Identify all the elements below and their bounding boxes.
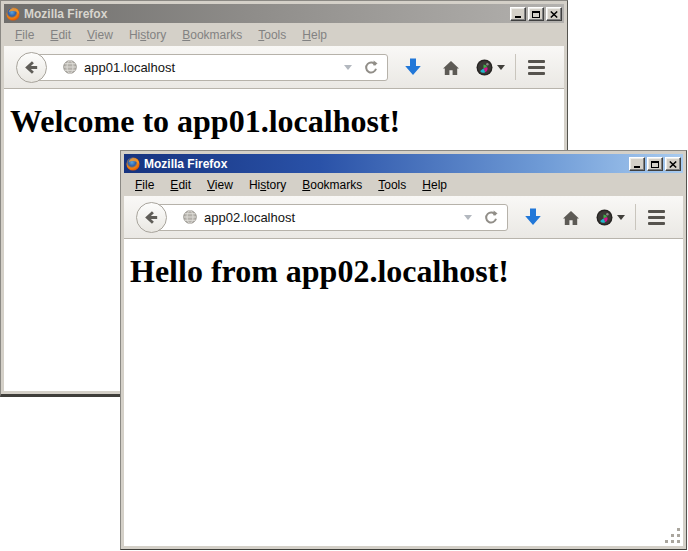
site-globe-icon[interactable] — [183, 210, 197, 224]
close-icon — [550, 11, 558, 18]
menu-item-edit[interactable]: Edit — [162, 176, 199, 194]
minimize-button[interactable] — [510, 7, 526, 21]
close-icon — [669, 161, 677, 168]
reload-icon[interactable] — [363, 59, 379, 75]
back-arrow-icon — [143, 209, 160, 226]
maximize-icon — [651, 161, 659, 168]
urlbar-dropdown-icon[interactable] — [464, 215, 472, 220]
maximize-button[interactable] — [647, 157, 663, 171]
close-button[interactable] — [665, 157, 681, 171]
resize-grip[interactable] — [665, 528, 681, 544]
download-icon[interactable] — [404, 58, 422, 76]
back-arrow-icon — [23, 59, 40, 76]
home-icon[interactable] — [442, 59, 460, 76]
hamburger-menu-icon[interactable] — [648, 210, 665, 225]
menubar: FileEditViewHistoryBookmarksToolsHelp — [124, 173, 683, 196]
menubar: FileEditViewHistoryBookmarksToolsHelp — [4, 23, 564, 46]
colorwheel-glyph — [476, 59, 493, 76]
window-title: Mozilla Firefox — [144, 157, 227, 171]
toolbar-separator — [515, 54, 516, 80]
toolbar-separator — [635, 204, 636, 230]
close-button[interactable] — [546, 7, 562, 21]
browser-window-app02[interactable]: Mozilla Firefox FileEditViewHistoryBookm… — [120, 150, 687, 550]
addon-dropdown-caret-icon[interactable] — [617, 215, 625, 220]
page-heading: Hello from app02.localhost! — [130, 253, 683, 290]
minimize-icon — [515, 16, 521, 18]
menu-item-file[interactable]: File — [7, 26, 42, 44]
navigation-toolbar: app01.localhost — [4, 46, 564, 89]
reload-icon[interactable] — [483, 209, 499, 225]
menu-item-tools[interactable]: Tools — [250, 26, 294, 44]
menu-item-view[interactable]: View — [79, 26, 121, 44]
addon-dropdown-caret-icon[interactable] — [497, 65, 505, 70]
colorwheel-glyph — [596, 209, 613, 226]
minimize-icon — [634, 166, 640, 168]
urlbar-text[interactable]: app02.localhost — [204, 210, 464, 225]
addon-colorwheel-icon[interactable] — [596, 209, 625, 226]
urlbar-text[interactable]: app01.localhost — [84, 60, 344, 75]
menu-item-bookmarks[interactable]: Bookmarks — [294, 176, 370, 194]
menu-item-tools[interactable]: Tools — [370, 176, 414, 194]
firefox-logo-icon — [6, 7, 20, 21]
minimize-button[interactable] — [629, 157, 645, 171]
menu-item-help[interactable]: Help — [414, 176, 455, 194]
back-button[interactable] — [16, 52, 47, 83]
urlbar-group: app01.localhost — [16, 52, 388, 83]
download-icon[interactable] — [524, 208, 542, 226]
titlebar[interactable]: Mozilla Firefox — [124, 154, 683, 173]
urlbar-dropdown-icon[interactable] — [344, 65, 352, 70]
menu-item-history[interactable]: History — [121, 26, 174, 44]
back-button[interactable] — [136, 202, 167, 233]
navigation-toolbar: app02.localhost — [124, 196, 683, 239]
menu-item-help[interactable]: Help — [294, 26, 335, 44]
menu-item-file[interactable]: File — [127, 176, 162, 194]
urlbar[interactable]: app02.localhost — [151, 204, 508, 231]
firefox-logo-icon — [126, 157, 140, 171]
maximize-icon — [532, 11, 540, 18]
addon-colorwheel-icon[interactable] — [476, 59, 505, 76]
hamburger-menu-icon[interactable] — [528, 60, 545, 75]
home-icon[interactable] — [562, 209, 580, 226]
page-heading: Welcome to app01.localhost! — [10, 103, 564, 140]
menu-item-bookmarks[interactable]: Bookmarks — [174, 26, 250, 44]
urlbar[interactable]: app01.localhost — [31, 54, 388, 81]
window-title: Mozilla Firefox — [24, 7, 107, 21]
menu-item-view[interactable]: View — [199, 176, 241, 194]
menu-item-edit[interactable]: Edit — [42, 26, 79, 44]
titlebar[interactable]: Mozilla Firefox — [4, 4, 564, 23]
menu-item-history[interactable]: History — [241, 176, 294, 194]
urlbar-group: app02.localhost — [136, 202, 508, 233]
maximize-button[interactable] — [528, 7, 544, 21]
page-content: Hello from app02.localhost! — [124, 239, 683, 546]
site-globe-icon[interactable] — [63, 60, 77, 74]
